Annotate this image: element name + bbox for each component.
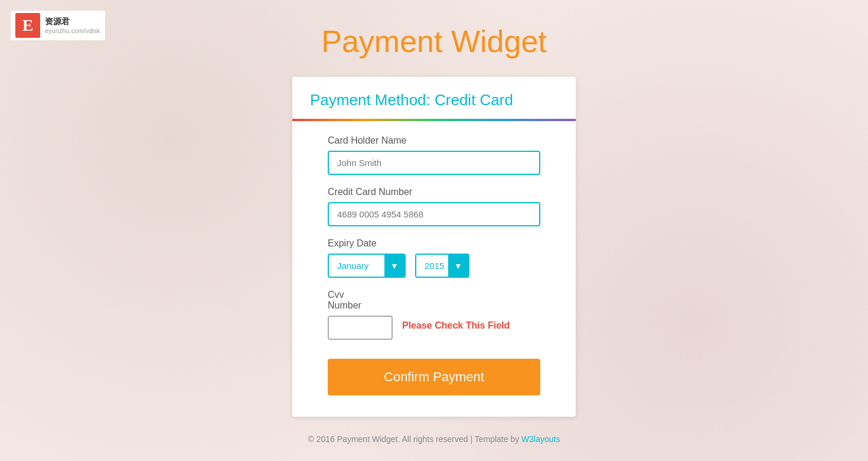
confirm-payment-button[interactable]: Confirm Payment: [328, 359, 540, 395]
card-header: Payment Method: Credit Card: [292, 77, 576, 121]
cvv-group: Cvv Number Please Check This Field: [328, 290, 540, 340]
cvv-label: Cvv Number: [328, 290, 540, 311]
expiry-label: Expiry Date: [328, 238, 540, 249]
payment-method-heading: Payment Method: Credit Card: [310, 91, 558, 109]
footer-link[interactable]: W3layouts: [521, 434, 560, 444]
cvv-error-message: Please Check This Field: [402, 316, 510, 331]
page-title: Payment Widget: [0, 0, 868, 77]
payment-method-highlight: Credit Card: [435, 91, 513, 109]
brand-name: 资源君: [45, 17, 100, 27]
cvv-input[interactable]: [328, 316, 393, 340]
footer-text: © 2016 Payment Widget. All rights reserv…: [308, 434, 522, 444]
card-number-label: Credit Card Number: [328, 187, 540, 197]
card-holder-group: Card Holder Name: [328, 135, 540, 175]
card-number-group: Credit Card Number: [328, 187, 540, 226]
cvv-row: Please Check This Field: [328, 316, 540, 340]
expiry-group: Expiry Date January February March April…: [328, 238, 540, 278]
payment-card: Payment Method: Credit Card Card Holder …: [292, 77, 576, 417]
expiry-row: January February March April May June Ju…: [328, 254, 540, 278]
card-body: Card Holder Name Credit Card Number Expi…: [292, 121, 576, 417]
footer: © 2016 Payment Widget. All rights reserv…: [0, 417, 868, 461]
month-select-wrapper: January February March April May June Ju…: [328, 254, 406, 278]
card-holder-input[interactable]: [328, 151, 540, 175]
card-holder-label: Card Holder Name: [328, 135, 540, 146]
payment-method-static: Payment Method:: [310, 91, 435, 109]
year-select[interactable]: 2015 2016 2017 2018 2019 2020 2021 2022 …: [416, 255, 468, 277]
logo: E 资源君 eyunzhu.com/vdisk: [11, 11, 105, 40]
logo-text: 资源君 eyunzhu.com/vdisk: [45, 17, 100, 34]
logo-icon: E: [15, 13, 40, 38]
year-select-wrapper: 2015 2016 2017 2018 2019 2020 2021 2022 …: [415, 254, 469, 278]
brand-url: eyunzhu.com/vdisk: [45, 27, 100, 34]
card-number-input[interactable]: [328, 202, 540, 226]
month-select[interactable]: January February March April May June Ju…: [329, 255, 404, 277]
